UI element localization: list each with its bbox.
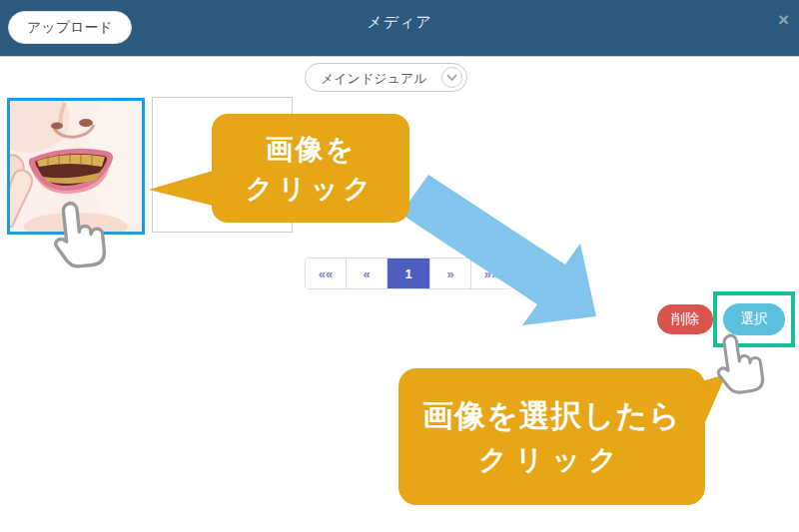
- pagination-first[interactable]: ««: [306, 259, 347, 288]
- modal-header: アップロード メディア ×: [0, 0, 799, 57]
- pagination-last[interactable]: »»: [471, 259, 511, 288]
- annotation-text: クリック: [399, 441, 705, 479]
- arrow-down-right: [400, 175, 596, 325]
- media-modal: アップロード メディア × メインドジュアル: [0, 0, 799, 532]
- image-thumbnail-selected[interactable]: [7, 98, 145, 235]
- annotation-click-image: 画像を クリック: [212, 114, 409, 223]
- pagination-page-1[interactable]: 1: [388, 259, 430, 288]
- category-select-value: メインドジュアル: [321, 70, 426, 88]
- pagination-prev[interactable]: «: [347, 259, 388, 288]
- annotation-text: 画像を: [212, 131, 409, 169]
- modal-title: メディア: [0, 13, 799, 32]
- annotation-click-after-select: 画像を選択したら クリック: [399, 368, 705, 505]
- pagination: «« « 1 » »»: [305, 258, 512, 289]
- annotation-text: 画像を選択したら: [399, 395, 705, 437]
- teeth-photo: [10, 101, 142, 232]
- select-button[interactable]: 選択: [723, 303, 785, 335]
- delete-button[interactable]: 削除: [657, 304, 713, 334]
- category-select[interactable]: メインドジュアル: [305, 63, 467, 92]
- chevron-down-icon: [441, 67, 462, 88]
- hand-cursor-icon: [706, 325, 774, 406]
- pagination-next[interactable]: »: [430, 259, 471, 288]
- annotation-text: クリック: [212, 171, 409, 207]
- close-icon[interactable]: ×: [778, 6, 789, 34]
